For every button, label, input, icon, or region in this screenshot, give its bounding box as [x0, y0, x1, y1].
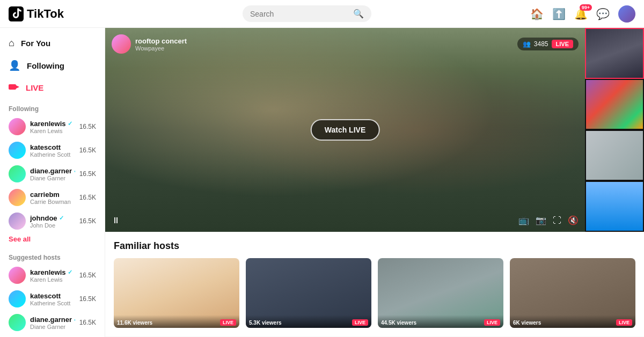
thumbnail-item[interactable]	[585, 130, 644, 181]
message-icon[interactable]: 💬	[596, 8, 610, 20]
live-player[interactable]: rooftop concert Wowpayee 👥 3485 LIVE Wat…	[105, 28, 585, 232]
list-item[interactable]: karenlewis ✓ Karen Lewis 16.5K	[0, 263, 105, 287]
username: carriebm	[30, 191, 75, 199]
host-overlay: 5.3K viewers LIVE	[246, 315, 371, 328]
user-display-name: Katherine Scott	[30, 300, 75, 306]
avatar	[9, 267, 26, 284]
host-card[interactable]: 5.3K viewers LIVE	[246, 258, 371, 328]
username: katescott	[30, 143, 75, 151]
thumbnail-item[interactable]	[585, 28, 644, 79]
notification-icon[interactable]: 🔔 99+	[574, 8, 588, 20]
stream-username: Wowpayee	[135, 45, 187, 52]
side-thumbnails	[585, 28, 644, 232]
list-item[interactable]: diane.garner ✓ Diane Garner 16.5K	[0, 311, 105, 334]
nav-label-following: Following	[27, 61, 64, 70]
sidebar-item-following[interactable]: 👤 Following	[0, 54, 105, 77]
following-nav-icon: 👤	[9, 60, 20, 71]
cast-icon[interactable]: 📺	[518, 215, 529, 225]
list-item[interactable]: katescott Katherine Scott 16.5K	[0, 138, 105, 162]
avatar	[9, 165, 26, 182]
live-overlay-top: rooftop concert Wowpayee 👥 3485 LIVE	[112, 34, 579, 54]
avatar	[9, 213, 26, 230]
header-actions: 🏠 ⬆️ 🔔 99+ 💬	[530, 5, 635, 23]
list-item[interactable]: diane.garner ✓ Diane Garner 16.5K	[0, 162, 105, 186]
familiar-hosts-section: Familiar hosts 11.6K viewers LIVE 5.3K v…	[105, 232, 644, 336]
see-all-link[interactable]: See all	[0, 233, 105, 247]
svg-marker-2	[16, 85, 19, 89]
list-item[interactable]: johndoe ✓ John Doe 16.5K	[0, 209, 105, 233]
user-display-name: Karen Lewis	[30, 276, 75, 283]
mute-icon[interactable]: 🔇	[568, 215, 579, 225]
verified-icon: ✓	[74, 167, 75, 174]
username: karenlewis ✓	[30, 268, 75, 276]
follower-count: 16.5K	[79, 319, 96, 326]
stream-avatar	[112, 34, 131, 54]
avatar-image	[618, 5, 635, 23]
pause-button[interactable]: ⏸	[112, 216, 120, 225]
sidebar: ⌂ For You 👤 Following LIVE Following kar…	[0, 28, 105, 337]
search-icon: 🔍	[353, 9, 364, 19]
avatar	[9, 142, 26, 159]
host-viewers: 44.5K viewers	[381, 320, 416, 326]
follower-count: 16.5K	[79, 170, 96, 178]
host-live-badge: LIVE	[352, 319, 368, 326]
notification-badge: 99+	[580, 4, 592, 11]
host-card[interactable]: 6K viewers LIVE	[510, 258, 635, 328]
viewer-count: 3485	[534, 40, 548, 48]
list-item[interactable]: karenlewis ✓ Karen Lewis 16.5K	[0, 115, 105, 138]
tiktok-logo-icon	[9, 6, 24, 21]
user-display-name: Diane Garner	[30, 324, 75, 330]
host-overlay: 11.6K viewers LIVE	[114, 315, 239, 328]
follower-count: 16.5K	[79, 146, 96, 154]
logo-area: TikTok	[9, 6, 84, 21]
fullscreen-icon[interactable]: ⛶	[553, 216, 561, 225]
user-display-name: Diane Garner	[30, 175, 75, 181]
suggested-section-title: Suggested hosts	[0, 247, 105, 263]
follower-count: 16.5K	[79, 295, 96, 303]
viewer-badge: 👥 3485 LIVE	[517, 38, 579, 50]
follower-count: 16.5K	[79, 272, 96, 279]
username: diane.garner ✓	[30, 316, 75, 324]
host-card[interactable]: 44.5K viewers LIVE	[378, 258, 503, 328]
search-input[interactable]	[250, 10, 349, 18]
familiar-hosts-title: Familiar hosts	[114, 240, 635, 252]
app-header: TikTok 🔍 🏠 ⬆️ 🔔 99+ 💬	[0, 0, 644, 28]
follower-count: 16.5K	[79, 123, 96, 130]
avatar	[9, 118, 26, 135]
list-item[interactable]: katescott Katherine Scott 16.5K	[0, 287, 105, 311]
avatar[interactable]	[618, 5, 635, 23]
stream-title: rooftop concert	[135, 37, 187, 45]
svg-rect-1	[9, 84, 16, 90]
host-card[interactable]: 11.6K viewers LIVE	[114, 258, 239, 328]
player-controls: ⏸ 📺 📷 ⛶ 🔇	[112, 215, 579, 225]
follower-count: 16.5K	[79, 217, 96, 225]
username: karenlewis ✓	[30, 120, 75, 128]
thumbnail-item[interactable]	[585, 181, 644, 232]
host-live-badge: LIVE	[616, 319, 632, 326]
viewer-icon: 👥	[523, 40, 531, 48]
watch-live-button[interactable]: Watch LIVE	[311, 119, 380, 141]
nav-label-live: LIVE	[26, 83, 43, 92]
sidebar-item-for-you[interactable]: ⌂ For You	[0, 32, 105, 54]
thumbnail-item[interactable]	[585, 79, 644, 130]
main-content: rooftop concert Wowpayee 👥 3485 LIVE Wat…	[105, 28, 644, 337]
host-live-badge: LIVE	[220, 319, 236, 326]
search-bar[interactable]: 🔍	[243, 5, 371, 22]
avatar	[9, 189, 26, 206]
host-viewers: 6K viewers	[513, 320, 541, 326]
host-overlay: 6K viewers LIVE	[510, 315, 635, 328]
upload-icon[interactable]: ⬆️	[552, 8, 566, 20]
host-viewers: 5.3K viewers	[249, 320, 282, 326]
username: katescott	[30, 292, 75, 300]
search-area: 🔍	[84, 5, 530, 22]
host-overlay: 44.5K viewers LIVE	[378, 315, 503, 328]
camera-icon[interactable]: 📷	[536, 215, 546, 225]
list-item[interactable]: carriebm Carrie Bowman 16.5K	[0, 186, 105, 209]
avatar	[9, 314, 26, 331]
sidebar-item-live[interactable]: LIVE	[0, 77, 105, 99]
svg-rect-0	[9, 6, 24, 21]
live-nav-icon	[9, 82, 19, 93]
logo-text: TikTok	[27, 7, 64, 21]
home-icon[interactable]: 🏠	[530, 8, 544, 20]
verified-icon: ✓	[59, 215, 64, 222]
